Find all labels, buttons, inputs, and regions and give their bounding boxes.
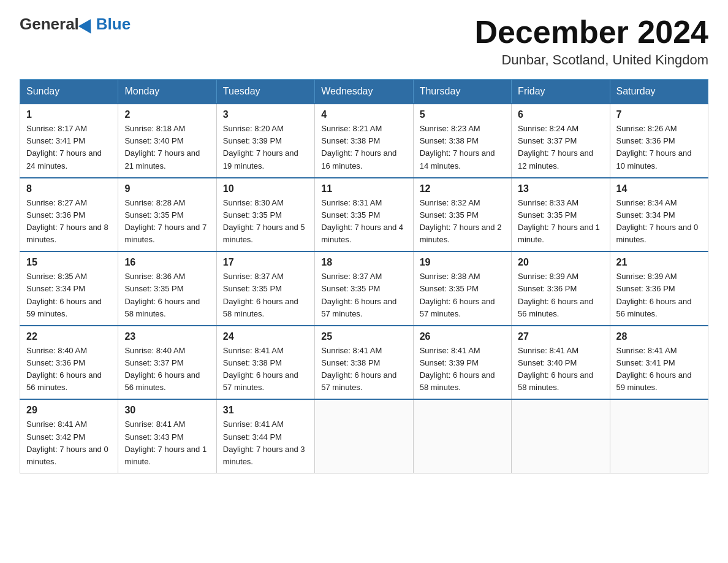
day-info: Sunrise: 8:41 AMSunset: 3:38 PMDaylight:… bbox=[321, 345, 406, 394]
logo-triangle-icon bbox=[78, 15, 97, 33]
calendar-week-row: 22Sunrise: 8:40 AMSunset: 3:36 PMDayligh… bbox=[20, 326, 708, 400]
day-info: Sunrise: 8:21 AMSunset: 3:38 PMDaylight:… bbox=[321, 123, 406, 172]
day-number: 18 bbox=[321, 257, 406, 268]
day-number: 29 bbox=[26, 405, 112, 416]
calendar-day-cell: 29Sunrise: 8:41 AMSunset: 3:42 PMDayligh… bbox=[20, 399, 118, 473]
calendar-day-cell: 1Sunrise: 8:17 AMSunset: 3:41 PMDaylight… bbox=[20, 104, 118, 178]
calendar-header-sunday: Sunday bbox=[20, 80, 118, 104]
day-info: Sunrise: 8:27 AMSunset: 3:36 PMDaylight:… bbox=[26, 197, 112, 247]
calendar-week-row: 15Sunrise: 8:35 AMSunset: 3:34 PMDayligh… bbox=[20, 251, 708, 326]
logo-area: General Blue bbox=[20, 15, 131, 34]
calendar-header-wednesday: Wednesday bbox=[315, 80, 413, 104]
calendar-day-cell: 18Sunrise: 8:37 AMSunset: 3:35 PMDayligh… bbox=[315, 251, 413, 326]
calendar-day-cell: 26Sunrise: 8:41 AMSunset: 3:39 PMDayligh… bbox=[413, 326, 511, 400]
calendar-day-cell: 11Sunrise: 8:31 AMSunset: 3:35 PMDayligh… bbox=[315, 178, 413, 252]
calendar-day-cell: 4Sunrise: 8:21 AMSunset: 3:38 PMDaylight… bbox=[315, 104, 413, 178]
day-number: 23 bbox=[124, 331, 210, 342]
day-info: Sunrise: 8:18 AMSunset: 3:40 PMDaylight:… bbox=[124, 123, 210, 172]
calendar-day-cell: 22Sunrise: 8:40 AMSunset: 3:36 PMDayligh… bbox=[20, 326, 118, 400]
day-info: Sunrise: 8:23 AMSunset: 3:38 PMDaylight:… bbox=[420, 123, 505, 172]
day-number: 11 bbox=[321, 183, 406, 194]
day-info: Sunrise: 8:41 AMSunset: 3:44 PMDaylight:… bbox=[223, 418, 308, 468]
calendar-day-cell: 31Sunrise: 8:41 AMSunset: 3:44 PMDayligh… bbox=[216, 399, 314, 473]
day-number: 19 bbox=[420, 257, 505, 268]
day-number: 26 bbox=[420, 331, 505, 342]
day-number: 6 bbox=[518, 109, 603, 120]
calendar-header-friday: Friday bbox=[512, 80, 610, 104]
day-info: Sunrise: 8:33 AMSunset: 3:35 PMDaylight:… bbox=[518, 197, 603, 247]
calendar-header-saturday: Saturday bbox=[610, 80, 708, 104]
title-area: December 2024 Dunbar, Scotland, United K… bbox=[474, 15, 708, 68]
day-info: Sunrise: 8:41 AMSunset: 3:43 PMDaylight:… bbox=[124, 418, 210, 468]
calendar-day-cell: 7Sunrise: 8:26 AMSunset: 3:36 PMDaylight… bbox=[610, 104, 708, 178]
calendar-day-cell: 5Sunrise: 8:23 AMSunset: 3:38 PMDaylight… bbox=[413, 104, 511, 178]
day-info: Sunrise: 8:38 AMSunset: 3:35 PMDaylight:… bbox=[420, 270, 505, 320]
calendar-day-cell: 15Sunrise: 8:35 AMSunset: 3:34 PMDayligh… bbox=[20, 251, 118, 326]
calendar-week-row: 1Sunrise: 8:17 AMSunset: 3:41 PMDaylight… bbox=[20, 104, 708, 178]
calendar-table: SundayMondayTuesdayWednesdayThursdayFrid… bbox=[20, 79, 708, 473]
calendar-day-cell: 25Sunrise: 8:41 AMSunset: 3:38 PMDayligh… bbox=[315, 326, 413, 400]
day-info: Sunrise: 8:31 AMSunset: 3:35 PMDaylight:… bbox=[321, 197, 406, 247]
calendar-day-cell: 12Sunrise: 8:32 AMSunset: 3:35 PMDayligh… bbox=[413, 178, 511, 252]
day-info: Sunrise: 8:26 AMSunset: 3:36 PMDaylight:… bbox=[616, 123, 702, 172]
day-number: 1 bbox=[26, 109, 112, 120]
calendar-day-cell: 6Sunrise: 8:24 AMSunset: 3:37 PMDaylight… bbox=[512, 104, 610, 178]
calendar-day-cell: 10Sunrise: 8:30 AMSunset: 3:35 PMDayligh… bbox=[216, 178, 314, 252]
day-number: 22 bbox=[26, 331, 112, 342]
day-number: 28 bbox=[616, 331, 702, 342]
calendar-day-cell: 3Sunrise: 8:20 AMSunset: 3:39 PMDaylight… bbox=[216, 104, 314, 178]
day-number: 15 bbox=[26, 257, 112, 268]
calendar-week-row: 8Sunrise: 8:27 AMSunset: 3:36 PMDaylight… bbox=[20, 178, 708, 252]
calendar-day-cell: 16Sunrise: 8:36 AMSunset: 3:35 PMDayligh… bbox=[118, 251, 216, 326]
month-title: December 2024 bbox=[474, 15, 708, 50]
day-number: 7 bbox=[616, 109, 702, 120]
day-info: Sunrise: 8:36 AMSunset: 3:35 PMDaylight:… bbox=[124, 270, 210, 320]
calendar-header-thursday: Thursday bbox=[413, 80, 511, 104]
day-info: Sunrise: 8:35 AMSunset: 3:34 PMDaylight:… bbox=[26, 270, 112, 320]
day-number: 10 bbox=[223, 183, 308, 194]
calendar-day-cell: 28Sunrise: 8:41 AMSunset: 3:41 PMDayligh… bbox=[610, 326, 708, 400]
day-info: Sunrise: 8:32 AMSunset: 3:35 PMDaylight:… bbox=[420, 197, 505, 247]
day-number: 30 bbox=[124, 405, 210, 416]
day-info: Sunrise: 8:41 AMSunset: 3:41 PMDaylight:… bbox=[616, 345, 702, 394]
day-info: Sunrise: 8:39 AMSunset: 3:36 PMDaylight:… bbox=[616, 270, 702, 320]
calendar-header-tuesday: Tuesday bbox=[216, 80, 314, 104]
day-number: 31 bbox=[223, 405, 308, 416]
day-info: Sunrise: 8:17 AMSunset: 3:41 PMDaylight:… bbox=[26, 123, 112, 172]
day-info: Sunrise: 8:24 AMSunset: 3:37 PMDaylight:… bbox=[518, 123, 603, 172]
day-number: 25 bbox=[321, 331, 406, 342]
day-number: 21 bbox=[616, 257, 702, 268]
day-number: 9 bbox=[124, 183, 210, 194]
calendar-day-cell: 21Sunrise: 8:39 AMSunset: 3:36 PMDayligh… bbox=[610, 251, 708, 326]
calendar-day-cell: 20Sunrise: 8:39 AMSunset: 3:36 PMDayligh… bbox=[512, 251, 610, 326]
day-number: 12 bbox=[420, 183, 505, 194]
calendar-day-cell bbox=[512, 399, 610, 473]
calendar-week-row: 29Sunrise: 8:41 AMSunset: 3:42 PMDayligh… bbox=[20, 399, 708, 473]
day-number: 27 bbox=[518, 331, 603, 342]
calendar-day-cell: 17Sunrise: 8:37 AMSunset: 3:35 PMDayligh… bbox=[216, 251, 314, 326]
day-number: 5 bbox=[420, 109, 505, 120]
day-info: Sunrise: 8:41 AMSunset: 3:40 PMDaylight:… bbox=[518, 345, 603, 394]
day-number: 3 bbox=[223, 109, 308, 120]
day-number: 4 bbox=[321, 109, 406, 120]
calendar-day-cell: 14Sunrise: 8:34 AMSunset: 3:34 PMDayligh… bbox=[610, 178, 708, 252]
day-info: Sunrise: 8:39 AMSunset: 3:36 PMDaylight:… bbox=[518, 270, 603, 320]
day-info: Sunrise: 8:28 AMSunset: 3:35 PMDaylight:… bbox=[124, 197, 210, 247]
calendar-day-cell: 13Sunrise: 8:33 AMSunset: 3:35 PMDayligh… bbox=[512, 178, 610, 252]
calendar-day-cell: 23Sunrise: 8:40 AMSunset: 3:37 PMDayligh… bbox=[118, 326, 216, 400]
calendar-day-cell: 24Sunrise: 8:41 AMSunset: 3:38 PMDayligh… bbox=[216, 326, 314, 400]
day-info: Sunrise: 8:41 AMSunset: 3:42 PMDaylight:… bbox=[26, 418, 112, 468]
calendar-day-cell: 27Sunrise: 8:41 AMSunset: 3:40 PMDayligh… bbox=[512, 326, 610, 400]
day-info: Sunrise: 8:40 AMSunset: 3:37 PMDaylight:… bbox=[124, 345, 210, 394]
day-number: 14 bbox=[616, 183, 702, 194]
calendar-day-cell bbox=[610, 399, 708, 473]
day-number: 2 bbox=[124, 109, 210, 120]
page-header: General Blue December 2024 Dunbar, Scotl… bbox=[20, 15, 708, 68]
day-number: 16 bbox=[124, 257, 210, 268]
logo-general-text: General bbox=[20, 15, 79, 34]
day-info: Sunrise: 8:34 AMSunset: 3:34 PMDaylight:… bbox=[616, 197, 702, 247]
calendar-day-cell: 9Sunrise: 8:28 AMSunset: 3:35 PMDaylight… bbox=[118, 178, 216, 252]
day-number: 17 bbox=[223, 257, 308, 268]
day-info: Sunrise: 8:20 AMSunset: 3:39 PMDaylight:… bbox=[223, 123, 308, 172]
day-number: 8 bbox=[26, 183, 112, 194]
